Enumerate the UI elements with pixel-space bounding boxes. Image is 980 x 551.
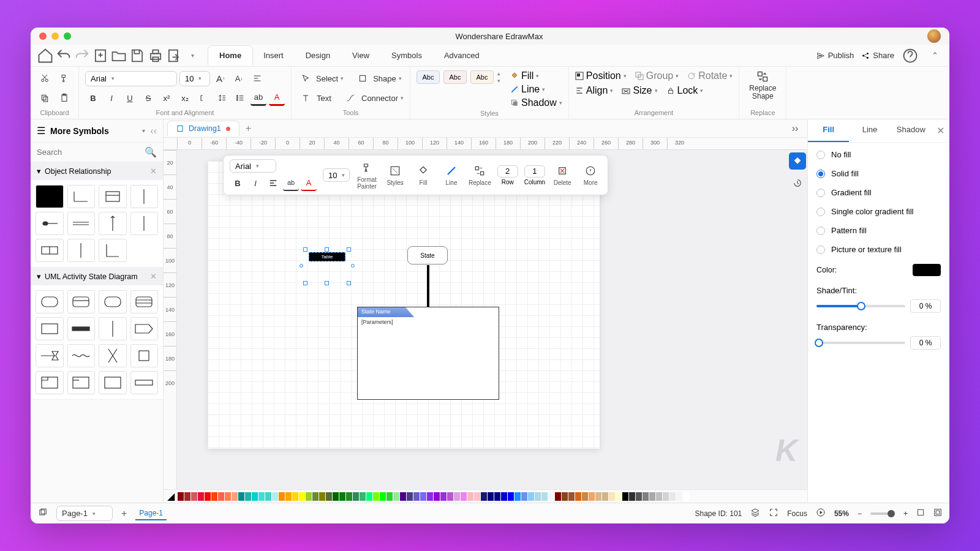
shape-tool-icon[interactable] bbox=[355, 70, 371, 86]
float-italic-icon[interactable]: I bbox=[247, 175, 263, 191]
replace-shape-button[interactable]: Replace Shape bbox=[745, 70, 780, 100]
palette-swatch[interactable] bbox=[454, 492, 460, 501]
palette-swatch[interactable] bbox=[427, 492, 433, 501]
palette-swatch[interactable] bbox=[541, 492, 548, 501]
palette-swatch[interactable] bbox=[676, 492, 682, 501]
search-icon[interactable]: 🔍 bbox=[145, 146, 157, 158]
palette-swatch[interactable] bbox=[582, 492, 588, 501]
shade-slider[interactable] bbox=[816, 305, 905, 307]
eyedropper-icon[interactable]: ◢ bbox=[167, 490, 175, 502]
sidebar-dropdown-icon[interactable]: ▾ bbox=[142, 127, 145, 134]
text-tool-icon[interactable] bbox=[298, 90, 314, 106]
bullets-icon[interactable] bbox=[232, 90, 248, 106]
section-close-icon[interactable]: ✕ bbox=[150, 167, 157, 176]
palette-swatch[interactable] bbox=[353, 492, 359, 501]
sidebar-collapse-icon[interactable]: ‹‹ bbox=[150, 126, 157, 137]
line-dropdown[interactable]: Line▾ bbox=[510, 84, 545, 95]
palette-swatch[interactable] bbox=[481, 492, 487, 501]
text-tool-label[interactable]: Text bbox=[316, 90, 332, 106]
palette-swatch[interactable] bbox=[488, 492, 494, 501]
shadow-dropdown[interactable]: Shadow▾ bbox=[510, 97, 562, 108]
section-close-icon[interactable]: ✕ bbox=[150, 272, 157, 281]
float-fontcolor-icon[interactable]: A bbox=[301, 175, 317, 191]
format-painter-icon[interactable] bbox=[56, 70, 72, 86]
fit-page-icon[interactable] bbox=[916, 508, 925, 519]
palette-swatch[interactable] bbox=[616, 492, 622, 501]
palette-swatch[interactable] bbox=[589, 492, 595, 501]
palette-swatch[interactable] bbox=[191, 492, 197, 501]
minimize-window-icon[interactable] bbox=[51, 32, 59, 40]
font-select[interactable]: Arial▾ bbox=[85, 71, 177, 86]
shape-thumb[interactable] bbox=[130, 344, 159, 367]
shape-thumb[interactable] bbox=[67, 212, 96, 235]
shape-thumb[interactable] bbox=[130, 371, 159, 394]
palette-swatch[interactable] bbox=[562, 492, 568, 501]
palette-swatch[interactable] bbox=[238, 492, 244, 501]
pages-icon[interactable] bbox=[38, 508, 48, 519]
shape-thumb[interactable] bbox=[36, 317, 64, 340]
style-preset-1[interactable]: Abc bbox=[417, 70, 440, 84]
position-dropdown[interactable]: Position▾ bbox=[575, 70, 627, 81]
shape-thumb[interactable] bbox=[99, 317, 127, 340]
tab-home[interactable]: Home bbox=[208, 46, 252, 65]
palette-swatch[interactable] bbox=[346, 492, 352, 501]
zoom-out-icon[interactable]: − bbox=[858, 509, 862, 518]
undo-icon[interactable] bbox=[55, 47, 72, 64]
palette-swatch[interactable] bbox=[292, 492, 298, 501]
palette-swatch[interactable] bbox=[393, 492, 399, 501]
tab-insert[interactable]: Insert bbox=[252, 46, 295, 65]
palette-swatch[interactable] bbox=[258, 492, 265, 501]
palette-swatch[interactable] bbox=[211, 492, 217, 501]
shape-thumb[interactable] bbox=[36, 344, 64, 367]
close-panel-icon[interactable]: ✕ bbox=[932, 119, 949, 142]
float-format-painter[interactable]: Format Painter bbox=[356, 161, 378, 190]
palette-swatch[interactable] bbox=[555, 492, 561, 501]
rtab-line[interactable]: Line bbox=[849, 119, 890, 142]
style-gallery-up-icon[interactable]: ▴ bbox=[497, 70, 500, 77]
palette-swatch[interactable] bbox=[514, 492, 521, 501]
palette-swatch[interactable] bbox=[413, 492, 420, 501]
section-uml-activity[interactable]: ▾ UML Activity State Diagram ✕ bbox=[31, 268, 163, 285]
float-styles[interactable]: Styles bbox=[384, 164, 406, 186]
radio-no-fill[interactable]: No fill bbox=[816, 150, 941, 159]
align-para-icon[interactable] bbox=[249, 70, 265, 86]
help-icon[interactable] bbox=[902, 47, 919, 64]
canvas[interactable]: Arial▾ B I ab A 10▾ Format Paint bbox=[177, 150, 807, 489]
palette-swatch[interactable] bbox=[420, 492, 426, 501]
maximize-window-icon[interactable] bbox=[64, 32, 71, 40]
connector-tool-label[interactable]: Connector bbox=[361, 90, 398, 106]
shape-tool-label[interactable]: Shape bbox=[373, 70, 396, 86]
palette-swatch[interactable] bbox=[312, 492, 318, 501]
connector-line[interactable] bbox=[427, 265, 429, 308]
palette-swatch[interactable] bbox=[548, 492, 554, 501]
palette-swatch[interactable] bbox=[198, 492, 204, 501]
connector-tool-icon[interactable] bbox=[343, 90, 359, 106]
bold-icon[interactable]: B bbox=[85, 90, 101, 106]
palette-swatch[interactable] bbox=[299, 492, 305, 501]
palette-swatch[interactable] bbox=[629, 492, 635, 501]
tab-view[interactable]: View bbox=[341, 46, 380, 65]
zoom-in-icon[interactable]: + bbox=[903, 509, 908, 518]
float-fill[interactable]: Fill bbox=[412, 164, 434, 186]
history-panel-icon[interactable] bbox=[789, 174, 806, 192]
color-swatch[interactable] bbox=[913, 264, 941, 276]
palette-swatch[interactable] bbox=[386, 492, 393, 501]
align-dropdown[interactable]: Align▾ bbox=[575, 85, 614, 96]
shape-thumb[interactable] bbox=[99, 185, 127, 208]
search-input[interactable] bbox=[37, 148, 145, 157]
layers-icon[interactable] bbox=[750, 508, 760, 519]
palette-swatch[interactable] bbox=[285, 492, 292, 501]
shape-thumb[interactable] bbox=[36, 239, 64, 262]
palette-swatch[interactable] bbox=[232, 492, 238, 501]
shape-thumb[interactable] bbox=[99, 290, 127, 313]
subscript-icon[interactable]: x₂ bbox=[177, 90, 193, 106]
palette-swatch[interactable] bbox=[205, 492, 211, 501]
section-object-relationship[interactable]: ▾ Object Relationship ✕ bbox=[31, 162, 163, 180]
palette-swatch[interactable] bbox=[434, 492, 440, 501]
size-dropdown[interactable]: Size▾ bbox=[622, 85, 657, 96]
group-dropdown[interactable]: Group▾ bbox=[635, 70, 679, 81]
palette-swatch[interactable] bbox=[501, 492, 507, 501]
font-shrink-icon[interactable]: A↓ bbox=[231, 70, 247, 86]
close-window-icon[interactable] bbox=[39, 32, 47, 40]
text-highlight-icon[interactable]: ab bbox=[251, 90, 266, 106]
